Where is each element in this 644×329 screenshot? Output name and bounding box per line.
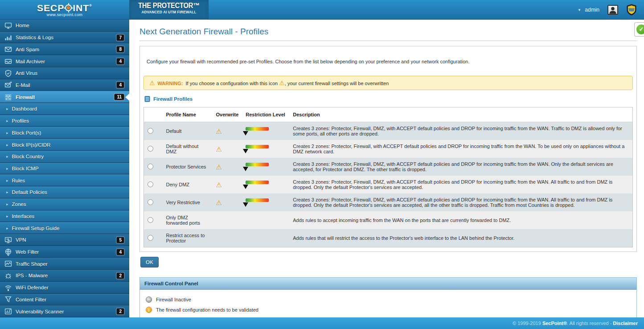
sidebar-item-label: Block Country [12,154,44,159]
sidebar-item-vpn[interactable]: VPN 5 [0,234,129,246]
sidebar-item-label: Firewall Setup Guide [12,226,60,231]
secpoint-logo[interactable]: SECPINT® www.secpoint.com [0,3,129,17]
warning-text: , your current firewall settings will be… [285,81,389,86]
count-badge: 2 [116,308,124,315]
sidebar-item-block-ips-cidr[interactable]: ▸Block IP(s)/CIDR [0,139,129,151]
profile-name: Default without DMZ [163,140,213,158]
sidebar-item-block-country[interactable]: ▸Block Country [0,151,129,163]
triangle-bullet-icon: ▸ [6,131,8,135]
chevron-down-icon: ▾ [578,8,581,12]
column-header: Profile Name [163,107,213,122]
sidebar-item-firewall[interactable]: Firewall 11 [0,91,129,103]
overwrite-warning-icon: ⚠ [216,181,222,189]
scanner-chart-icon [4,308,12,315]
profile-name: Deny DMZ [163,176,213,193]
sidebar-item-web-filter[interactable]: Web Filter 4 [0,246,129,258]
gauge-pointer-icon [243,149,248,153]
globe-filter-icon [4,248,12,256]
profiles-panel: Configure your firewall with recommended… [139,46,637,252]
ok-button[interactable]: OK [140,257,159,267]
warning-label: WARNING: [158,81,183,86]
sidebar-item-anti-virus[interactable]: Anti Virus [0,67,129,79]
gauge-pointer-icon [243,167,248,171]
profile-name: Restrict access to Protector [163,229,213,247]
registered-mark: ® [89,4,92,8]
table-header-row: Profile Name Overwrite Restriction Level… [144,107,633,122]
admin-menu[interactable]: ▾ admin [578,7,599,13]
intro-text: Configure your firewall with recommended… [147,59,633,64]
profile-radio[interactable] [148,146,153,152]
triangle-bullet-icon: ▸ [6,202,8,206]
sidebar-item-label: Anti Virus [16,70,37,76]
profile-radio[interactable] [148,128,153,134]
status-text: The firewall configuration needs to be v… [156,307,258,313]
disclaimer-link[interactable]: Disclaimer [613,321,638,326]
triangle-bullet-icon: ▸ [6,190,8,194]
warning-triangle-icon: ⚠ [279,79,285,86]
table-row: Deny DMZ ⚠ Creates 3 zones: Protector, F… [144,176,633,193]
table-row: Only DMZ forwarded ports Adds rules to a… [144,211,633,229]
sidebar-item-label: Web Filter [16,249,39,255]
sidebar-item-zones[interactable]: ▸Zones [0,198,129,210]
profile-radio[interactable] [148,235,153,241]
profile-description: Creates 3 zones: Protector, Firewall, DM… [289,122,632,140]
sidebar-item-label: Block IP(s)/CIDR [12,142,51,148]
sidebar-item-anti-spam[interactable]: Anti Spam 8 [0,43,129,55]
notification-tab[interactable]: ✓ [634,22,644,37]
sidebar-item-traffic-shaper[interactable]: Traffic Shaper [0,258,129,270]
profile-description: Creates 3 zones: Protector, Firewall, DM… [289,176,632,193]
overwrite-warning-icon: ⚠ [216,145,222,153]
profile-name: Only DMZ forwarded ports [163,211,213,229]
footer-bar: © 1999-2019 SecPoint®. All rights reserv… [0,317,644,329]
sidebar-item-mail-archiver[interactable]: Mail Archiver 4 [0,55,129,67]
sidebar-item-vulnerability-scanner[interactable]: Vulnerability Scanner 2 [0,305,129,317]
sidebar-item-block-icmp[interactable]: ▸Block ICMP [0,163,129,175]
sidebar-item-interfaces[interactable]: ▸Interfaces [0,210,129,222]
sidebar-item-ips-malware[interactable]: IPS - Malware 2 [0,270,129,282]
firewall-section: Firewall 11 ▸Dashboard ▸Profiles ▸Block … [0,91,129,234]
license-shield-icon[interactable] [626,4,637,16]
shield-icon [4,70,12,77]
sidebar-item-statistics-logs[interactable]: Statistics & Logs 7 [0,32,129,44]
validation-status: ! The firewall configuration needs to be… [146,307,632,313]
count-badge: 4 [116,249,124,255]
profile-radio[interactable] [148,181,153,187]
user-avatar-icon[interactable] [607,5,618,15]
table-row: Restrict access to Protector Adds rules … [144,229,633,247]
count-badge: 2 [116,272,124,279]
sidebar-item-home[interactable]: Home [0,20,129,32]
warning-triangle-icon: ⚠ [149,80,155,86]
count-badge: 7 [116,34,124,41]
sidebar-item-rules[interactable]: ▸Rules [0,174,129,186]
logo-text: SECPINT® [37,3,92,13]
triangle-bullet-icon: ▸ [6,143,8,147]
table-row: Default without DMZ ⚠ Creates 2 zones: P… [144,140,633,158]
profile-radio[interactable] [148,217,153,223]
firewall-control-panel: Firewall Control Panel Firewall Inactive… [139,277,637,317]
count-badge: 5 [116,237,124,243]
sidebar-item-default-policies[interactable]: ▸Default Policies [0,186,129,198]
gauge-pointer-icon [243,185,248,189]
profile-name: Protector Services [163,158,213,176]
archive-tray-icon [4,58,12,65]
gauge-pointer-icon [243,202,248,207]
profile-radio[interactable] [148,164,153,169]
profile-radio[interactable] [148,199,153,205]
sidebar-item-block-ports[interactable]: ▸Block Port(s) [0,127,129,139]
sidebar-item-wifi-defender[interactable]: WiFi Defender [0,282,129,294]
bug-icon [4,272,12,280]
page-title: Next Generation Firewall - Profiles [139,27,637,37]
sidebar-item-label: Dashboard [12,106,37,111]
sidebar-item-content-filter[interactable]: Content Filter [0,294,129,306]
sidebar-item-firewall-setup-guide[interactable]: ▸Firewall Setup Guide [0,222,129,234]
sidebar-item-profiles[interactable]: ▸Profiles [0,115,129,127]
sidebar-item-label: Anti Spam [16,47,39,52]
sidebar-item-dashboard[interactable]: ▸Dashboard [0,103,129,115]
overwrite-warning-icon: ⚠ [216,199,222,206]
sidebar-item-email[interactable]: E-Mail 4 [0,79,129,91]
firewall-profiles-link[interactable]: Firewall Profiles [153,96,193,102]
triangle-bullet-icon: ▸ [6,154,8,159]
count-badge: 4 [116,58,124,65]
main-content: Next Generation Firewall - Profiles Conf… [129,20,644,317]
profile-description: Creates 3 zones: Protector, Firewall, DM… [289,158,632,176]
